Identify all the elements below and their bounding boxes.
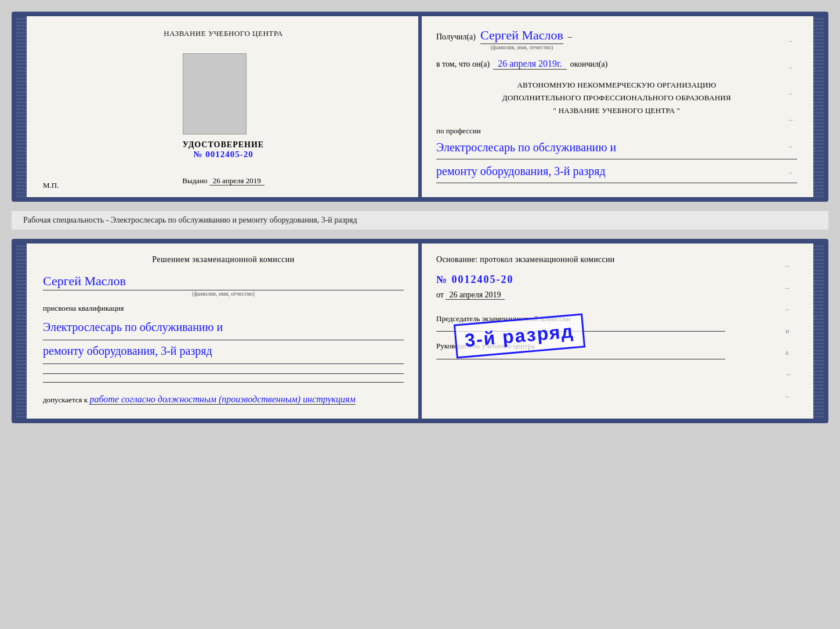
top-document: НАЗВАНИЕ УЧЕБНОГО ЦЕНТРА УДОСТОВЕРЕНИЕ №… (12, 12, 828, 202)
page-wrapper: НАЗВАНИЕ УЧЕБНОГО ЦЕНТРА УДОСТОВЕРЕНИЕ №… (12, 12, 828, 423)
dopuskaetsya-block: допускается к работе согласно должностны… (43, 394, 404, 405)
sig-line-2 (43, 382, 404, 383)
org-block: АВТОНОМНУЮ НЕКОММЕРЧЕСКУЮ ОРГАНИЗАЦИЮ ДО… (436, 79, 797, 117)
qualification-line2: ремонту оборудования, 3-й разряд (43, 340, 404, 364)
decorative-dashes: –––––– (789, 16, 792, 197)
dopuskaetsya-label: допускается к (43, 395, 88, 404)
po-professii: по профессии (436, 126, 797, 136)
vtom-row: в том, что он(а) 26 апреля 2019г. окончи… (436, 59, 797, 70)
qualification-line1: Электрослесарь по обслуживанию и (43, 317, 404, 340)
osnovanie-label: Основание: протокол экзаменационной коми… (436, 255, 797, 264)
resheniem-label: Решением экзаменационной комиссии (43, 255, 404, 264)
dash-after-fio: – (568, 32, 572, 42)
fio-subtitle: (фамилия, имя, отчество) (480, 44, 563, 50)
profession-line1: Электрослесарь по обслуживанию и (436, 138, 797, 159)
udostoverenie-block: УДОСТОВЕРЕНИЕ № 0012405-20 (183, 140, 264, 159)
edge-left (16, 16, 27, 197)
bottom-edge-left (16, 243, 27, 419)
rukovoditel-sig-line (436, 359, 725, 359)
udostoverenie-number: № 0012405-20 (183, 150, 264, 159)
sig-line-1 (43, 373, 404, 374)
ot-label: от (436, 290, 444, 299)
label-strip: Рабочая специальность - Электрослесарь п… (12, 211, 828, 230)
dopusk-text: работе согласно должностным (производств… (89, 394, 355, 405)
fio-written: Сергей Маслов (480, 28, 563, 44)
vtom-date: 26 апреля 2019г. (493, 59, 567, 70)
bottom-right-panel: Основание: протокол экзаменационной коми… (420, 243, 813, 419)
poluchil-label: Получил(а) (436, 32, 476, 42)
prisvoena-label: присвоена квалификация (43, 304, 404, 313)
vtom-label: в том, что он(а) (436, 60, 490, 69)
edge-right (813, 16, 824, 197)
vydano-line: Выдано 26 апреля 2019 (182, 176, 264, 186)
org-line1: АВТОНОМНУЮ НЕКОММЕРЧЕСКУЮ ОРГАНИЗАЦИЮ (436, 79, 797, 92)
bottom-fio-written: Сергей Маслов (43, 274, 404, 290)
bottom-number: № 0012405-20 (436, 274, 797, 286)
bottom-edge-right (813, 243, 824, 419)
vydano-date: 26 апреля 2019 (209, 176, 265, 186)
ot-line: от 26 апреля 2019 (436, 290, 797, 300)
okonchil-label: окончил(а) (570, 60, 608, 69)
bottom-fio-subtitle: (фамилия, имя, отчество) (43, 290, 404, 297)
photo-placeholder (183, 53, 247, 134)
bottom-decorative-dashes: –––иа←– (785, 243, 792, 419)
ot-date: 26 апреля 2019 (446, 290, 504, 300)
signature-lines (43, 373, 404, 383)
org-line2: ДОПОЛНИТЕЛЬНОГО ПРОФЕССИОНАЛЬНОГО ОБРАЗО… (436, 92, 797, 104)
stamp-text: 3-й разряд (464, 321, 575, 351)
profession-line2: ремонту оборудования, 3-й разряд (436, 162, 797, 183)
udostoverenie-label: УДОСТОВЕРЕНИЕ (183, 140, 264, 150)
bottom-left-panel: Решением экзаменационной комиссии Сергей… (27, 243, 420, 419)
mp-line: М.П. (43, 181, 59, 190)
vydano-label: Выдано (182, 176, 207, 185)
top-right-panel: Получил(а) Сергей Маслов (фамилия, имя, … (420, 16, 813, 197)
bottom-document: Решением экзаменационной комиссии Сергей… (12, 239, 828, 423)
poluchil-row: Получил(а) Сергей Маслов (фамилия, имя, … (436, 28, 797, 50)
top-left-panel: НАЗВАНИЕ УЧЕБНОГО ЦЕНТРА УДОСТОВЕРЕНИЕ №… (27, 16, 420, 197)
org-line3: " НАЗВАНИЕ УЧЕБНОГО ЦЕНТРА " (436, 104, 797, 117)
org-name-left: НАЗВАНИЕ УЧЕБНОГО ЦЕНТРА (164, 28, 283, 39)
label-text: Рабочая специальность - Электрослесарь п… (23, 216, 357, 224)
